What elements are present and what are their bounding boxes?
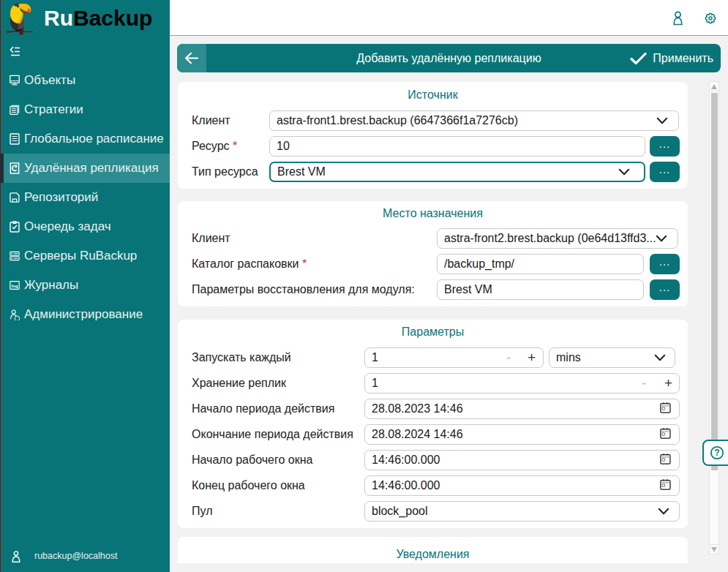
svg-text:log: log [11,283,18,288]
svg-text:?: ? [714,448,719,458]
